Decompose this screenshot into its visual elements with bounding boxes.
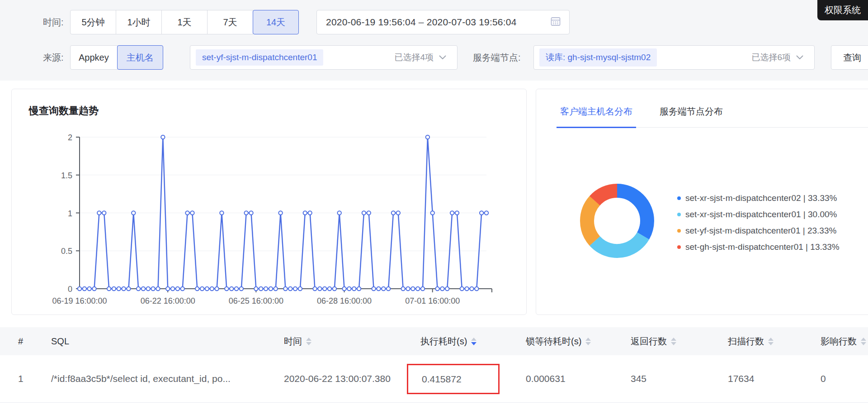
legend-dot-icon: [677, 245, 681, 249]
legend-label: set-xr-sjst-m-dispatchcenter02 | 33.33%: [685, 193, 837, 203]
time-button-group: 5分钟1小时1天7天14天: [70, 10, 299, 34]
column-header: #: [18, 336, 51, 347]
table-cell: 345: [631, 372, 728, 386]
sort-icon: [306, 338, 311, 345]
column-header[interactable]: 时间: [284, 335, 420, 348]
legend-dot-icon: [677, 229, 681, 233]
source-button-group: Appkey主机名: [70, 45, 163, 70]
table-cell: 1: [18, 372, 51, 386]
legend-label: set-yf-sjst-m-dispatchcenter01 | 23.33%: [685, 226, 836, 236]
chevron-down-icon: [439, 53, 446, 62]
svg-text:0: 0: [68, 285, 72, 294]
slow-query-trend-chart: 00.511.5206-19 16:00:0006-22 16:00:0006-…: [12, 89, 527, 315]
table-body: 1/*id:f8aa3c5b*/select id, executant_id,…: [0, 355, 868, 403]
legend-item: set-gh-sjst-m-dispatchcenter01 | 13.33%: [677, 239, 840, 255]
table-header-row: #SQL时间执行耗时(s)锁等待耗时(s)返回行数扫描行数影响行数: [0, 327, 868, 355]
column-header[interactable]: 执行耗时(s): [420, 335, 526, 348]
svg-text:06-22 16:00:00: 06-22 16:00:00: [141, 296, 195, 305]
column-header[interactable]: 返回行数: [631, 335, 728, 348]
selected-host-tag: set-yf-sjst-m-dispatchcenter01: [196, 49, 323, 66]
svg-text:06-25 16:00:00: 06-25 16:00:00: [229, 296, 283, 305]
server-selected-count: 已选择6项: [751, 52, 791, 63]
column-header[interactable]: 扫描行数: [728, 335, 821, 348]
donut-legend: set-xr-sjst-m-dispatchcenter02 | 33.33%s…: [677, 190, 840, 255]
table-cell: 17634: [728, 372, 821, 386]
server-node-label: 服务端节点:: [473, 52, 521, 64]
source-filter-row: 来源: Appkey主机名 set-yf-sjst-m-dispatchcent…: [0, 45, 868, 70]
tab-server-node-distribution[interactable]: 服务端节点分布: [656, 105, 726, 128]
permission-system-badge: 权限系统: [817, 0, 868, 20]
time-filter-row: 时间: 5分钟1小时1天7天14天 2020-06-19 19:56:04 – …: [0, 10, 868, 34]
sort-icon: [768, 338, 774, 345]
tab-client-host-distribution[interactable]: 客户端主机名分布: [557, 105, 636, 128]
svg-text:07-01 16:00:00: 07-01 16:00:00: [405, 296, 460, 305]
time-range-button[interactable]: 7天: [207, 10, 253, 34]
highlight-box: 0.415872: [407, 364, 500, 394]
client-host-donut-chart: [576, 180, 658, 262]
legend-dot-icon: [677, 196, 681, 200]
table-cell: 2020-06-22 13:00:07.380: [284, 372, 420, 386]
table-cell: 0.415872: [420, 364, 526, 394]
legend-label: set-gh-sjst-m-dispatchcenter01 | 13.33%: [685, 242, 840, 252]
server-node-select[interactable]: 读库: gh-sjst-mysql-sjstm02 已选择6项: [533, 45, 815, 70]
source-filter-label: 来源:: [43, 52, 64, 64]
table-cell: 0: [821, 372, 868, 386]
source-type-button[interactable]: Appkey: [70, 45, 118, 70]
legend-label: set-xr-sjst-m-dispatchcenter01 | 30.00%: [685, 210, 837, 219]
svg-text:1.5: 1.5: [61, 171, 72, 180]
time-filter-label: 时间:: [43, 16, 64, 29]
sort-icon: [671, 338, 676, 345]
distribution-tabs: 客户端主机名分布服务端节点分布: [557, 105, 868, 128]
filter-bar: 时间: 5分钟1小时1天7天14天 2020-06-19 19:56:04 – …: [0, 0, 868, 81]
query-button[interactable]: 查询: [831, 45, 868, 70]
time-range-button[interactable]: 5分钟: [70, 10, 116, 34]
date-range-value: 2020-06-19 19:56:04 – 2020-07-03 19:56:0…: [326, 17, 550, 28]
svg-text:06-28 16:00:00: 06-28 16:00:00: [317, 296, 372, 305]
sort-icon: [471, 338, 476, 345]
time-range-button[interactable]: 1小时: [116, 10, 162, 34]
time-range-button[interactable]: 1天: [161, 10, 208, 34]
chevron-down-icon: [796, 53, 803, 62]
column-header[interactable]: 锁等待耗时(s): [526, 335, 631, 348]
slow-query-table: #SQL时间执行耗时(s)锁等待耗时(s)返回行数扫描行数影响行数 1/*id:…: [0, 327, 868, 403]
svg-text:2: 2: [68, 133, 72, 142]
legend-item: set-xr-sjst-m-dispatchcenter01 | 30.00%: [677, 206, 840, 223]
column-header: SQL: [51, 336, 284, 347]
source-type-button[interactable]: 主机名: [117, 45, 163, 70]
distribution-card: 客户端主机名分布服务端节点分布 set-xr-sjst-m-dispatchce…: [536, 89, 868, 315]
slow-query-trend-card: 慢查询数量趋势 00.511.5206-19 16:00:0006-22 16:…: [11, 89, 527, 315]
sql-cell[interactable]: /*id:f8aa3c5b*/select id, executant_id, …: [51, 372, 284, 386]
column-header[interactable]: 影响行数: [821, 335, 868, 348]
sort-icon: [585, 338, 591, 345]
table-row: 1/*id:f8aa3c5b*/select id, executant_id,…: [0, 355, 868, 403]
svg-text:06-19 16:00:00: 06-19 16:00:00: [52, 296, 107, 305]
selected-server-tag: 读库: gh-sjst-mysql-sjstm02: [539, 48, 657, 67]
svg-text:1: 1: [68, 209, 72, 218]
legend-item: set-yf-sjst-m-dispatchcenter01 | 23.33%: [677, 223, 840, 239]
date-range-input[interactable]: 2020-06-19 19:56:04 – 2020-07-03 19:56:0…: [316, 10, 570, 34]
client-host-select[interactable]: set-yf-sjst-m-dispatchcenter01 已选择4项: [190, 45, 458, 70]
legend-item: set-xr-sjst-m-dispatchcenter02 | 33.33%: [677, 190, 840, 206]
legend-dot-icon: [677, 213, 681, 216]
svg-text:0.5: 0.5: [61, 247, 72, 256]
sort-icon: [861, 338, 866, 345]
table-cell: 0.000631: [526, 372, 631, 386]
host-selected-count: 已选择4项: [394, 52, 434, 63]
time-range-button[interactable]: 14天: [253, 10, 299, 34]
calendar-icon: [550, 16, 561, 29]
